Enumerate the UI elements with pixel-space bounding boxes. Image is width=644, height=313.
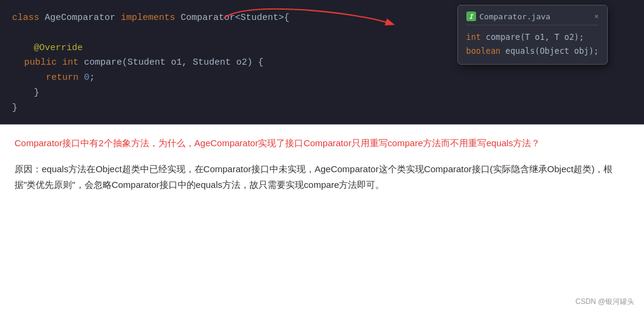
code-section: class AgeComparator implements Comparato… — [0, 0, 644, 124]
tooltip-close-button[interactable]: × — [594, 12, 599, 21]
tooltip-header: I Comparator.java × — [466, 11, 599, 25]
keyword-return: return — [46, 73, 84, 83]
tooltip-popup: I Comparator.java × int compare(T o1, T … — [457, 5, 608, 65]
watermark: CSDN @银河罐头 — [575, 297, 634, 307]
param-o1: o1, — [166, 57, 193, 68]
close-brace-inner: } — [34, 88, 39, 98]
param-o2: o2) { — [231, 57, 263, 68]
method2-kw-boolean: boolean — [466, 46, 506, 56]
tooltip-icon: I — [466, 11, 476, 21]
text-section: Comparator接口中有2个抽象方法，为什么，AgeComparator实现… — [0, 124, 644, 313]
method-compare: compare( — [84, 57, 127, 68]
keyword-implements: implements — [121, 13, 181, 23]
tooltip-method-1: int compare(T o1, T o2); — [466, 30, 599, 44]
param-type-2: Student — [193, 57, 231, 68]
annotation: @Override — [34, 43, 83, 53]
paragraph-question: Comparator接口中有2个抽象方法，为什么，AgeComparator实现… — [14, 135, 630, 151]
main-container: class AgeComparator implements Comparato… — [0, 0, 644, 313]
method2-body: equals(Object obj); — [506, 46, 599, 56]
keyword-int: int — [62, 57, 84, 68]
return-value: 0 — [84, 73, 89, 83]
code-line-6: } — [12, 86, 632, 101]
class-name: AgeComparator — [45, 13, 121, 23]
code-line-7: } — [12, 101, 632, 116]
tooltip-method-2: boolean equals(Object obj); — [466, 44, 599, 58]
method1-body: compare(T o1, T o2); — [486, 32, 584, 42]
code-line-5: return 0; — [12, 71, 632, 86]
tooltip-filename: Comparator.java — [480, 12, 591, 21]
semicolon: ; — [89, 73, 95, 83]
keyword-class: class — [12, 13, 45, 23]
close-brace-outer: } — [12, 103, 18, 113]
paragraph-answer: 原因：equals方法在Object超类中已经实现，在Comparator接口中… — [14, 161, 630, 193]
keyword-public: public — [24, 57, 62, 68]
method1-kw-int: int — [466, 32, 486, 42]
param-type-1: Student — [127, 57, 166, 68]
interface-name: Comparator<Student>{ — [181, 13, 289, 23]
